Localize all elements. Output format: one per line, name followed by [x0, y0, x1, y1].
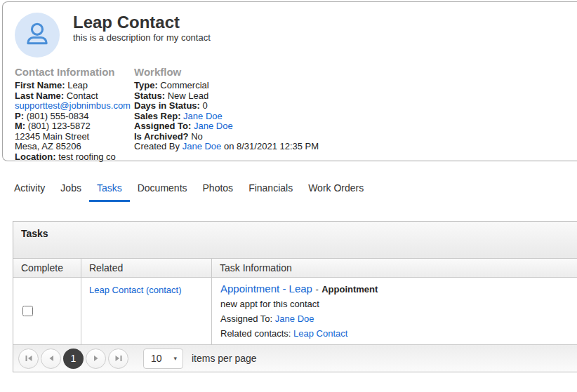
task-related-contacts-line: Related contacts: Leap Contact: [220, 328, 569, 339]
contact-last-name: Last Name: Contact: [15, 91, 134, 102]
column-header-related[interactable]: Related: [81, 259, 211, 277]
related-contact-link[interactable]: Leap Contact (contact): [89, 285, 182, 295]
contact-mobile: M: (801) 123-5872: [15, 121, 134, 132]
contact-information-heading: Contact Information: [15, 66, 134, 78]
seek-first-icon: [25, 354, 33, 363]
contact-description: this is a description for my contact: [73, 32, 211, 43]
cell-related: Leap Contact (contact): [81, 278, 211, 344]
contact-first-name: First Name: Leap: [15, 81, 134, 91]
page-title: Leap Contact: [73, 13, 211, 32]
task-related-contact-link[interactable]: Leap Contact: [293, 328, 347, 339]
assigned-to-link[interactable]: Jane Doe: [194, 121, 233, 131]
first-page-button[interactable]: [18, 349, 39, 369]
chevron-down-icon: ▾: [173, 355, 177, 362]
last-page-button[interactable]: [108, 349, 128, 369]
task-complete-checkbox[interactable]: [22, 306, 33, 316]
workflow-heading: Workflow: [134, 66, 319, 78]
contact-card: Leap Contact this is a description for m…: [2, 1, 577, 161]
task-title-link[interactable]: Appointment - Leap: [220, 283, 312, 295]
created-by-link[interactable]: Jane Doe: [183, 141, 222, 151]
arrow-right-icon: [92, 354, 100, 363]
sales-rep-link[interactable]: Jane Doe: [183, 111, 223, 121]
seek-last-icon: [114, 354, 123, 363]
items-per-page-label: items per page: [192, 353, 257, 364]
task-title-line: Appointment - Leap - Appointment: [220, 283, 569, 295]
cell-complete: [13, 278, 81, 344]
contact-email: supporttest@jobnimbus.com: [15, 101, 134, 111]
workflow-sales-rep: Sales Rep: Jane Doe: [134, 111, 319, 122]
workflow-created-by: Created By Jane Doe on 8/31/2021 12:35 P…: [134, 142, 319, 152]
column-header-task-information[interactable]: Task Information: [211, 259, 577, 277]
tab-bar: Activity Jobs Tasks Documents Photos Fin…: [6, 182, 577, 202]
table-row: Leap Contact (contact) Appointment - Lea…: [13, 278, 577, 345]
column-header-complete[interactable]: Complete: [13, 259, 81, 277]
person-icon: [22, 18, 53, 52]
tab-activity[interactable]: Activity: [6, 182, 53, 202]
tasks-grid: Tasks Complete Related Task Information …: [13, 221, 577, 372]
task-assigned-link[interactable]: Jane Doe: [275, 313, 314, 324]
workflow-assigned-to: Assigned To: Jane Doe: [134, 121, 319, 132]
task-type: Appointment: [321, 284, 378, 295]
next-page-button[interactable]: [86, 349, 106, 369]
tab-work-orders[interactable]: Work Orders: [300, 182, 371, 202]
workflow-status: Status: New Lead: [134, 91, 319, 102]
task-note: new appt for this contact: [220, 299, 569, 310]
workflow-days-in-status: Days in Status: 0: [134, 101, 319, 111]
tab-tasks[interactable]: Tasks: [89, 182, 130, 202]
tab-documents[interactable]: Documents: [130, 182, 195, 202]
previous-page-button[interactable]: [41, 349, 61, 369]
pager: 1 10 ▾ items per page: [13, 345, 577, 372]
current-page-button[interactable]: 1: [63, 349, 84, 369]
workflow-type: Type: Commercial: [134, 81, 319, 91]
page-size-dropdown[interactable]: 10 ▾: [143, 349, 183, 369]
cell-task-information: Appointment - Leap - Appointment new app…: [211, 278, 577, 344]
contact-phone: P: (801) 555-0834: [15, 111, 134, 122]
tab-jobs[interactable]: Jobs: [53, 182, 89, 202]
workflow-is-archived: Is Archived? No: [134, 132, 319, 142]
tab-financials[interactable]: Financials: [241, 182, 300, 202]
contact-information-section: Contact Information First Name: Leap Las…: [15, 66, 134, 162]
tab-photos[interactable]: Photos: [195, 182, 241, 202]
arrow-left-icon: [47, 354, 55, 363]
page-size-value: 10: [151, 353, 162, 364]
contact-location: Location: test roofing co: [15, 152, 134, 163]
contact-street: 12345 Main Street: [15, 132, 134, 142]
contact-avatar: [15, 13, 60, 58]
email-link[interactable]: supporttest@jobnimbus.com: [15, 100, 131, 111]
contact-city-state-zip: Mesa, AZ 85206: [15, 142, 134, 152]
workflow-section: Workflow Type: Commercial Status: New Le…: [134, 66, 319, 162]
grid-header-row: Complete Related Task Information: [13, 259, 577, 278]
task-assigned-line: Assigned To: Jane Doe: [220, 313, 569, 325]
grid-caption: Tasks: [13, 222, 577, 259]
